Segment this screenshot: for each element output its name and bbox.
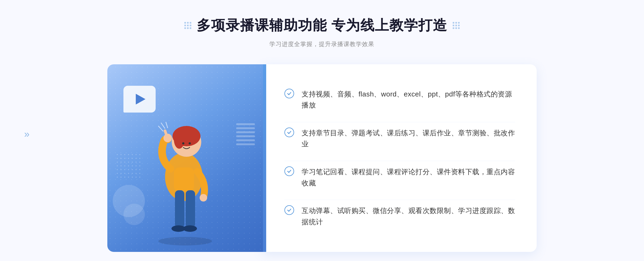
check-icon-1 — [284, 89, 294, 98]
grid-icon-right — [453, 22, 460, 29]
svg-line-14 — [158, 126, 163, 131]
page-container: » 多项录播课辅助功能 专为线上教学打造 学习进度全掌握，提升录播课教学效果 — [0, 0, 644, 261]
svg-point-13 — [183, 225, 197, 232]
blue-divider — [263, 64, 266, 252]
svg-line-15 — [161, 123, 165, 129]
svg-rect-9 — [174, 167, 194, 192]
deco-stripes — [236, 123, 255, 145]
feature-item-2: 支持章节目录、弹题考试、课后练习、课后作业、章节测验、批改作业 — [284, 122, 515, 155]
svg-point-5 — [189, 142, 191, 144]
svg-line-7 — [165, 131, 166, 135]
feature-text-4: 互动弹幕、试听购买、微信分享、观看次数限制、学习进度跟踪、数据统计 — [302, 205, 515, 228]
page-title: 多项录播课辅助功能 专为线上教学打造 — [197, 16, 447, 35]
svg-point-6 — [163, 134, 172, 142]
svg-point-17 — [158, 237, 212, 245]
svg-point-8 — [200, 194, 207, 202]
right-panel: 支持视频、音频、flash、word、excel、ppt、pdf等各种格式的资源… — [263, 64, 537, 252]
left-panel — [107, 64, 263, 252]
feature-item-3: 学习笔记回看、课程提问、课程评论打分、课件资料下载，重点内容收藏 — [284, 161, 515, 194]
deco-circle-2 — [123, 204, 145, 225]
person-illustration — [134, 96, 236, 252]
deco-arrows-left: » — [24, 129, 30, 140]
svg-rect-10 — [175, 190, 184, 228]
svg-line-16 — [166, 122, 168, 128]
feature-text-1: 支持视频、音频、flash、word、excel、ppt、pdf等各种格式的资源… — [302, 89, 515, 111]
feature-item-1: 支持视频、音频、flash、word、excel、ppt、pdf等各种格式的资源… — [284, 83, 515, 116]
content-area: 支持视频、音频、flash、word、excel、ppt、pdf等各种格式的资源… — [107, 64, 537, 252]
header-icons: 多项录播课辅助功能 专为线上教学打造 — [184, 16, 460, 35]
feature-item-4: 互动弹幕、试听购买、微信分享、观看次数限制、学习进度跟踪、数据统计 — [284, 200, 515, 233]
feature-text-3: 学习笔记回看、课程提问、课程评论打分、课件资料下载，重点内容收藏 — [302, 166, 515, 189]
svg-rect-11 — [186, 190, 195, 228]
check-icon-4 — [284, 205, 294, 215]
check-icon-2 — [284, 128, 294, 137]
page-subtitle: 学习进度全掌握，提升录播课教学效果 — [184, 40, 460, 48]
svg-point-3 — [174, 130, 185, 149]
check-icon-3 — [284, 166, 294, 176]
svg-point-4 — [182, 142, 184, 144]
header-section: 多项录播课辅助功能 专为线上教学打造 学习进度全掌握，提升录播课教学效果 — [184, 0, 460, 48]
grid-icon-left — [184, 22, 191, 29]
feature-text-2: 支持章节目录、弹题考试、课后练习、课后作业、章节测验、批改作业 — [302, 128, 515, 150]
